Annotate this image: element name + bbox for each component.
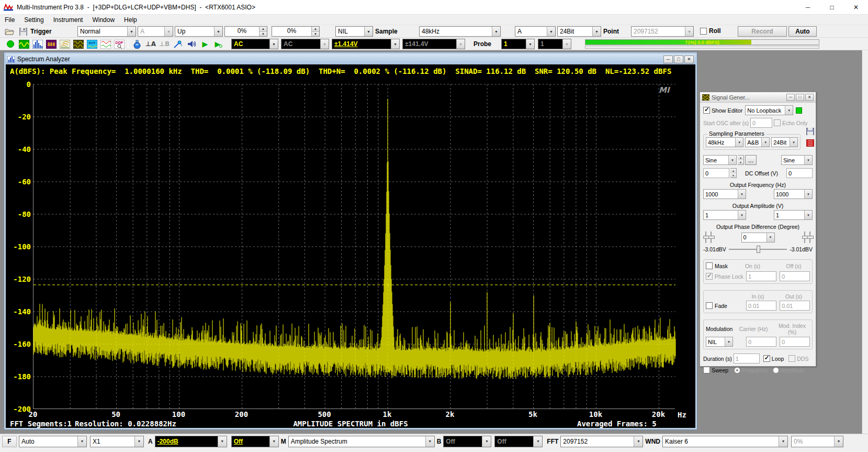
spectrum-3d-plot-icon[interactable] [59,39,71,49]
coupling-b-select[interactable]: AC▼ [281,39,329,49]
save-icon[interactable] [17,26,29,37]
modulation-select[interactable]: NIL▼ [706,337,733,347]
range-a-status-select[interactable]: -200dB▼ [155,436,227,447]
signal-generator-icon[interactable] [72,39,85,49]
waveform-b-select[interactable]: Sine▼ [781,155,813,165]
level-slider-a2[interactable] [708,231,714,244]
ground-a-icon[interactable]: ⊥A [144,39,157,49]
menu-setting[interactable]: Setting [19,15,48,25]
balance-slider[interactable] [729,245,787,254]
loop-checkbox[interactable] [763,355,770,362]
ground-b-icon[interactable]: ⊥B [158,39,171,49]
amplitude-a-select[interactable]: 1▼ [703,210,746,220]
panel-maximize-icon[interactable]: □ [796,94,804,101]
start-osc-input[interactable]: 0 [750,118,772,128]
phase-select[interactable]: 0▼ [741,233,775,242]
phase-lock-checkbox[interactable] [706,273,713,280]
library-icon[interactable] [806,139,814,148]
sample-rate-select[interactable]: 48kHz▼ [419,26,501,37]
zoom-select[interactable]: X1▼ [90,436,144,447]
menu-help[interactable]: Help [119,15,142,25]
maximize-icon[interactable]: □ [820,0,844,14]
gen-bits-select[interactable]: 24Bit▼ [771,137,798,147]
play-icon[interactable]: ▶ [199,39,211,49]
trigger-nil-select[interactable]: NIL▼ [335,26,373,37]
frequency-a-select[interactable]: 1000▼ [703,189,746,199]
bit-depth-select[interactable]: 24Bit▼ [557,26,601,37]
roll-checkbox[interactable]: Roll [700,27,721,35]
dds-checkbox[interactable] [788,355,795,362]
run-stop-button[interactable] [4,39,17,49]
save-waveform-icon[interactable] [806,128,814,136]
close-icon[interactable]: ✕ [844,0,868,14]
fade-out-input[interactable]: 0.01 [780,301,810,311]
waveform-a-stepper[interactable]: ▲▼ [738,155,744,165]
oscilloscope-icon[interactable] [18,39,30,49]
auto-button[interactable]: Auto [788,26,817,37]
waveform-a-select[interactable]: Sine▼ [703,155,737,165]
coupling-a-select[interactable]: AC▼ [231,39,278,49]
record-button[interactable]: Record [738,26,787,37]
mod-index-input[interactable]: 0 [780,337,810,347]
mode-select[interactable]: Amplitude Spectrum▼ [288,436,435,447]
mask-checkbox[interactable] [706,262,713,269]
trigger-edge-select[interactable]: Up▼ [175,26,223,37]
range-b-status-select[interactable]: Off▼ [443,436,491,447]
menu-file[interactable]: File [0,15,19,25]
derived-data-icon[interactable] [99,39,112,49]
range-b-select[interactable]: ±141.4V▼ [402,39,465,49]
generator-status-led[interactable] [796,107,802,114]
persistence-a-select[interactable]: Off▼ [231,436,279,447]
frequency-b-select[interactable]: 1000▼ [774,189,813,199]
probe-a-select[interactable]: 1▼ [501,39,535,49]
trigger-delay-stepper[interactable]: 0%▲▼ [272,26,320,37]
fft-size-select[interactable]: 2097152▼ [560,436,643,447]
gen-channels-select[interactable]: A&B▼ [745,137,770,147]
probe-b-select[interactable]: 1▼ [538,39,571,49]
menu-window[interactable]: Window [87,15,119,25]
sound-device-icon[interactable] [185,39,198,49]
level-slider-b1[interactable] [802,231,807,244]
loopback-select[interactable]: No Loopback▼ [745,105,793,115]
device-test-plan-icon[interactable] [131,39,143,49]
sweep-frequency-radio[interactable] [734,367,740,373]
range-a-select[interactable]: ±1.414V▼ [332,39,400,49]
child-close-icon[interactable]: ✕ [684,56,694,63]
level-slider-b2[interactable] [807,231,813,244]
child-maximize-icon[interactable]: □ [674,56,683,63]
sweep-amplitude-radio[interactable] [773,367,779,373]
fade-checkbox[interactable] [706,302,713,309]
open-icon[interactable] [3,26,16,37]
sample-channel-select[interactable]: A▼ [515,26,556,37]
trigger-mode-select[interactable]: Normal▼ [77,26,136,37]
panel-close-icon[interactable]: ✕ [805,94,814,101]
spectrum-analyzer-icon[interactable] [31,39,44,49]
device-under-test-icon[interactable]: DUT [86,39,98,49]
dc-offset-a-input[interactable]: 0 [703,168,729,178]
level-slider-a1[interactable] [703,231,708,244]
persistence-b-select[interactable]: Off▼ [494,436,543,447]
multimeter-icon[interactable]: 888 [45,39,58,49]
trigger-level-stepper[interactable]: 0%▲▼ [224,26,267,37]
mask-off-input[interactable]: 0 [780,271,810,281]
probe-calibration-icon[interactable] [172,39,184,49]
more-waveforms-button[interactable]: ... [745,155,757,165]
frequency-axis-select[interactable]: Auto▼ [19,436,87,447]
menu-instrument[interactable]: Instrument [49,15,88,25]
fade-in-input[interactable]: 0.01 [746,301,776,311]
data-point-processing-icon[interactable]: DDP [113,39,126,49]
show-editor-checkbox[interactable] [703,107,710,114]
minimize-icon[interactable]: ─ [796,0,820,14]
mask-on-input[interactable]: 1 [746,271,776,281]
signal-generator-titlebar[interactable]: Signal Gener... ─ □ ✕ [700,92,816,103]
carrier-input[interactable]: 0 [746,337,776,347]
gen-sample-rate-select[interactable]: 48kHz▼ [706,137,743,147]
window-function-select[interactable]: Kaiser 6▼ [662,436,788,447]
spectrum-window-titlebar[interactable]: Spectrum Analyzer ─ □ ✕ [6,54,695,64]
amplitude-b-select[interactable]: 1▼ [774,210,813,220]
sweep-checkbox[interactable] [703,367,710,373]
spectrum-plot[interactable] [33,84,675,409]
echo-only-checkbox[interactable] [774,119,781,126]
trigger-source-select[interactable]: A▼ [138,26,173,37]
point-count-select[interactable]: 2097152▼ [631,26,694,37]
